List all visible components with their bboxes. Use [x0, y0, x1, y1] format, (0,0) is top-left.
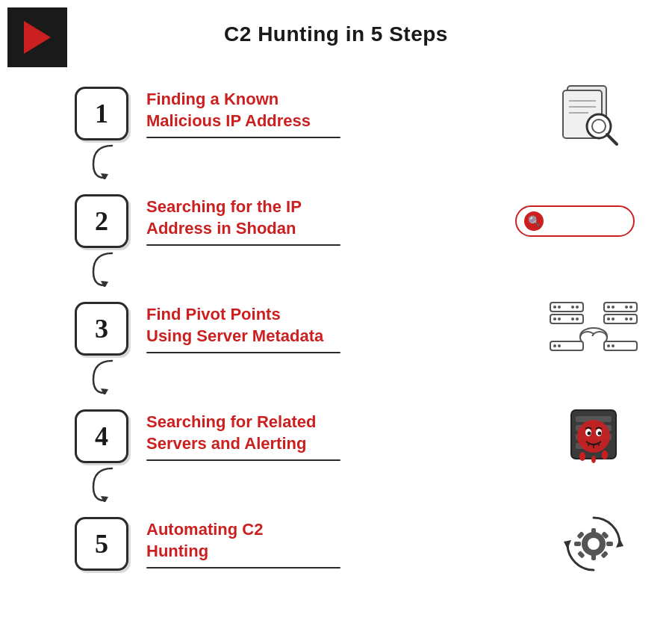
arrow-1-2	[90, 142, 127, 179]
page-container: C2 Hunting in 5 Steps 1 Finding a KnownM…	[0, 0, 672, 632]
step-underline-2	[146, 244, 340, 246]
step-icon-1	[545, 80, 642, 147]
svg-rect-68	[577, 551, 585, 559]
svg-line-7	[607, 134, 617, 144]
svg-rect-62	[591, 528, 596, 535]
svg-point-17	[558, 317, 561, 320]
svg-point-28	[629, 306, 632, 309]
step-underline-4	[146, 459, 340, 461]
step-label-1: Finding a KnownMalicious IP Address	[146, 89, 545, 131]
logo-triangle	[24, 21, 51, 54]
svg-point-32	[625, 317, 628, 320]
steps-container: 1 Finding a KnownMalicious IP Address	[30, 69, 642, 589]
svg-marker-59	[564, 540, 571, 549]
svg-point-26	[612, 306, 615, 309]
step-row-4: 4 Searching for RelatedServers and Alert…	[75, 391, 642, 481]
svg-point-19	[576, 317, 579, 320]
search-circle: 🔍	[524, 211, 544, 231]
step-label-3: Find Pivot PointsUsing Server Metadata	[146, 304, 545, 347]
server-cloud-icon	[549, 295, 638, 362]
step-number-1: 1	[75, 87, 128, 140]
step-row-5: 5 Automating C2Hunting	[75, 499, 642, 589]
logo	[7, 7, 67, 67]
step-row-2: 2 Searching for the IPAddress in Shodan …	[75, 176, 642, 266]
svg-rect-23	[582, 336, 605, 345]
svg-point-54	[579, 452, 585, 461]
svg-point-25	[607, 306, 610, 309]
arrow-2-3	[90, 250, 127, 287]
svg-point-13	[571, 306, 574, 309]
step-label-2: Searching for the IPAddress in Shodan	[146, 196, 508, 239]
gear-cycle-icon	[556, 510, 631, 577]
step-number-5: 5	[75, 517, 128, 571]
step-text-4: Searching for RelatedServers and Alertin…	[146, 412, 545, 460]
arrow-3-4	[90, 357, 127, 394]
step-icon-4	[545, 403, 642, 470]
svg-marker-58	[616, 539, 623, 548]
step-underline-1	[146, 137, 340, 138]
step-row-3: 3 Find Pivot PointsUsing Server Metadata	[75, 284, 642, 374]
step-text-5: Automating C2Hunting	[146, 519, 545, 568]
svg-point-50	[598, 432, 602, 436]
svg-point-35	[553, 344, 556, 347]
svg-point-14	[576, 306, 579, 309]
step-icon-5	[545, 510, 642, 577]
svg-rect-65	[606, 542, 613, 546]
document-search-icon	[553, 80, 635, 147]
svg-point-31	[612, 317, 615, 320]
svg-rect-63	[591, 554, 596, 560]
svg-point-55	[591, 456, 596, 463]
step-text-3: Find Pivot PointsUsing Server Metadata	[146, 304, 545, 353]
svg-point-27	[625, 306, 628, 309]
search-bar-icon: 🔍	[515, 205, 635, 237]
svg-point-39	[612, 344, 615, 347]
svg-point-30	[607, 317, 610, 320]
svg-point-11	[553, 306, 556, 309]
malware-server-icon	[556, 403, 631, 470]
arrow-4-5	[90, 465, 127, 502]
svg-point-16	[553, 317, 556, 320]
step-number-3: 3	[75, 302, 128, 356]
svg-point-38	[607, 344, 610, 347]
step-underline-5	[146, 567, 340, 569]
svg-point-61	[588, 538, 600, 550]
step-label-5: Automating C2Hunting	[146, 519, 545, 562]
step-label-4: Searching for RelatedServers and Alertin…	[146, 412, 545, 454]
step-number-4: 4	[75, 409, 128, 463]
page-title: C2 Hunting in 5 Steps	[30, 22, 642, 46]
svg-point-49	[588, 432, 591, 436]
step-number-2: 2	[75, 194, 128, 248]
step-text-2: Searching for the IPAddress in Shodan	[146, 196, 508, 245]
step-underline-3	[146, 352, 340, 353]
svg-point-56	[602, 450, 608, 459]
svg-point-18	[571, 317, 574, 320]
step-icon-3	[545, 295, 642, 362]
step-row-1: 1 Finding a KnownMalicious IP Address	[75, 69, 642, 158]
step-icon-2: 🔍	[508, 205, 642, 237]
svg-point-33	[629, 317, 632, 320]
svg-point-12	[558, 306, 561, 309]
svg-rect-64	[574, 542, 581, 546]
step-text-1: Finding a KnownMalicious IP Address	[146, 89, 545, 137]
svg-point-6	[592, 120, 606, 133]
svg-point-36	[558, 344, 561, 347]
